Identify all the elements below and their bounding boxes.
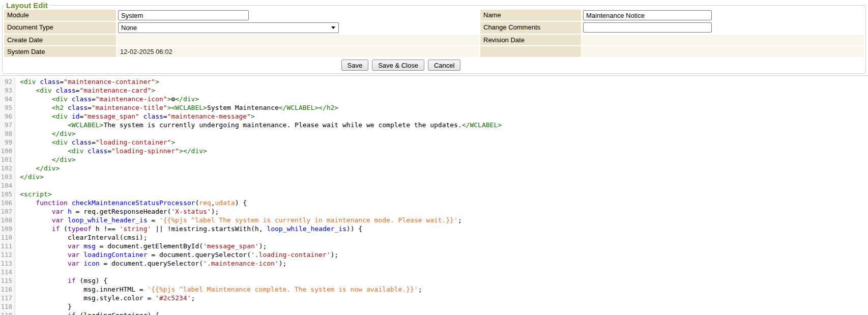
change-comments-input[interactable] <box>583 22 712 33</box>
line-number: 98 <box>0 129 15 138</box>
code-line[interactable]: 96 <div id="message_span" class="mainten… <box>0 112 868 121</box>
code-text: </div> <box>15 164 60 173</box>
document-type-value-cell: None <box>117 22 479 34</box>
name-value-cell <box>582 10 864 21</box>
code-line[interactable]: 109 if (typeof h !== 'string' || !miestr… <box>0 224 868 233</box>
code-line[interactable]: 114 <box>0 268 868 276</box>
code-editor[interactable]: 92<div class="maintenance-container">93 … <box>0 75 868 315</box>
revision-date-label: Revision Date <box>480 35 581 45</box>
code-line[interactable]: 95 <h2 class="maintenance-title"><WCLABE… <box>0 103 868 112</box>
code-text <box>15 268 20 276</box>
code-text: var loadingContainer = document.querySel… <box>15 250 338 259</box>
code-text: var h = req.getResponseHeader('X-status'… <box>15 207 219 216</box>
code-line[interactable]: 98 </div> <box>0 129 868 138</box>
system-date-value: 12-02-2025 06:02 <box>117 46 479 57</box>
line-number: 109 <box>0 224 15 233</box>
code-text: <div class="maintenance-container"> <box>15 77 159 86</box>
create-date-value <box>117 35 479 45</box>
line-number: 110 <box>0 233 15 242</box>
code-line[interactable]: 92<div class="maintenance-container"> <box>0 77 868 86</box>
code-text: <div class="maintenance-icon">⚙</div> <box>15 95 199 103</box>
code-text: clearInterval(cmsi); <box>15 233 147 242</box>
code-line[interactable]: 111 var msg = document.getElementById('m… <box>0 242 868 250</box>
name-input[interactable] <box>583 10 712 20</box>
line-number: 100 <box>0 147 15 155</box>
code-line[interactable]: 104 <box>0 181 868 190</box>
code-text: <div class="maintenance-card"> <box>15 86 155 95</box>
document-type-label: Document Type <box>4 22 116 34</box>
code-text: <h2 class="maintenance-title"><WCLABEL>S… <box>15 103 338 112</box>
code-line[interactable]: 110 clearInterval(cmsi); <box>0 233 868 242</box>
line-number: 106 <box>0 198 15 207</box>
code-line[interactable]: 106 function checkMaintenanceStatusProce… <box>0 198 868 207</box>
line-number: 119 <box>0 311 15 315</box>
line-number: 103 <box>0 173 15 181</box>
code-line[interactable]: 116 msg.innerHTML = '{{%pjs ^label Maint… <box>0 285 868 294</box>
code-line[interactable]: 112 var loadingContainer = document.quer… <box>0 250 868 259</box>
code-text: if (typeof h !== 'string' || !miestring.… <box>15 224 362 233</box>
save-button[interactable]: Save <box>341 60 369 71</box>
code-text: <div id="message_span" class="maintenanc… <box>15 112 255 121</box>
code-text: <script> <box>15 190 52 198</box>
code-line[interactable]: 100 <div class="loading-spinner"></div> <box>0 147 868 155</box>
revision-date-value <box>582 35 864 45</box>
empty-label-cell <box>480 46 581 57</box>
code-text: var icon = document.querySelector('.main… <box>15 259 286 268</box>
layout-edit-fieldset: Layout Edit Module Name Document Type No… <box>2 1 866 74</box>
code-line[interactable]: 102 </div> <box>0 164 868 173</box>
line-number: 97 <box>0 121 15 129</box>
code-line[interactable]: 101 </div> <box>0 155 868 164</box>
code-text: msg.innerHTML = '{{%pjs ^label Maintenan… <box>15 285 422 294</box>
cancel-button[interactable]: Cancel <box>428 60 460 71</box>
code-line[interactable]: 119 if (loadingContainer) { <box>0 311 868 315</box>
code-line[interactable]: 99 <div class="loading-container"> <box>0 138 868 147</box>
line-number: 115 <box>0 276 15 285</box>
code-text: <div class="loading-spinner"></div> <box>15 147 207 155</box>
code-text: } <box>15 302 72 311</box>
form-grid: Module Name Document Type None Change Co… <box>4 10 864 57</box>
line-number: 116 <box>0 285 15 294</box>
line-number: 112 <box>0 250 15 259</box>
line-number: 93 <box>0 86 15 95</box>
code-text: <div class="loading-container"> <box>15 138 175 147</box>
document-type-select[interactable]: None <box>118 22 339 33</box>
chevron-down-icon <box>331 26 335 29</box>
code-text: <WCLABEL>The system is currently undergo… <box>15 121 502 129</box>
button-row: Save Save & Close Cancel <box>4 60 798 71</box>
code-text: </div> <box>15 129 76 138</box>
change-comments-label: Change Comments <box>480 22 581 34</box>
code-text: msg.style.color = '#2c5234'; <box>15 294 195 302</box>
line-number: 113 <box>0 259 15 268</box>
code-line[interactable]: 118 } <box>0 302 868 311</box>
create-date-label: Create Date <box>4 35 116 45</box>
code-line[interactable]: 108 var loop_while_header_is = '{{%pjs ^… <box>0 216 868 224</box>
line-number: 105 <box>0 190 15 198</box>
code-line[interactable]: 107 var h = req.getResponseHeader('X-sta… <box>0 207 868 216</box>
line-number: 114 <box>0 268 15 276</box>
line-number: 92 <box>0 77 15 86</box>
page-title: Layout Edit <box>5 1 50 10</box>
code-line[interactable]: 105<script> <box>0 190 868 198</box>
line-number: 99 <box>0 138 15 147</box>
code-line[interactable]: 117 msg.style.color = '#2c5234'; <box>0 294 868 302</box>
module-value-cell <box>117 10 479 21</box>
line-number: 102 <box>0 164 15 173</box>
line-number: 94 <box>0 95 15 103</box>
code-text: var loop_while_header_is = '{{%pjs ^labe… <box>15 216 462 224</box>
code-line[interactable]: 115 if (msg) { <box>0 276 868 285</box>
line-number: 104 <box>0 181 15 190</box>
code-line[interactable]: 103</div> <box>0 173 868 181</box>
module-label: Module <box>4 10 116 21</box>
code-line[interactable]: 113 var icon = document.querySelector('.… <box>0 259 868 268</box>
save-and-close-button[interactable]: Save & Close <box>372 60 424 71</box>
line-number: 111 <box>0 242 15 250</box>
code-line[interactable]: 94 <div class="maintenance-icon">⚙</div> <box>0 95 868 103</box>
code-line[interactable]: 93 <div class="maintenance-card"> <box>0 86 868 95</box>
code-line[interactable]: 97 <WCLABEL>The system is currently unde… <box>0 121 868 129</box>
change-comments-value-cell <box>582 22 864 34</box>
code-text: function checkMaintenanceStatusProcessor… <box>15 198 247 207</box>
module-input[interactable] <box>118 10 249 20</box>
code-lines: 92<div class="maintenance-container">93 … <box>0 77 868 315</box>
code-text: var msg = document.getElementById('messa… <box>15 242 267 250</box>
line-number: 108 <box>0 216 15 224</box>
